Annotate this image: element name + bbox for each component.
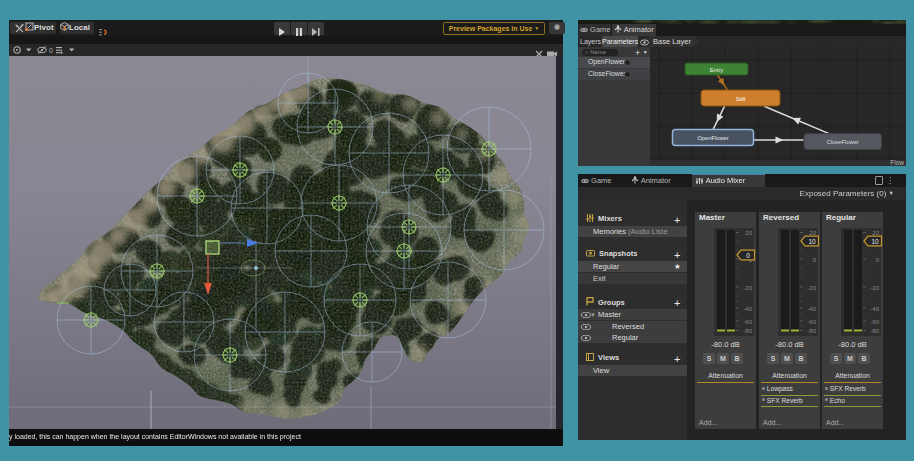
svg-text:-80: -80 [807, 328, 816, 334]
svg-text:CloseFlower: CloseFlower [827, 139, 859, 145]
svg-text:-20: -20 [870, 285, 879, 291]
svg-text:20: 20 [745, 230, 752, 236]
svg-text:10: 10 [871, 238, 879, 245]
svg-text:-80: -80 [743, 328, 752, 334]
svg-text:Entry: Entry [710, 67, 724, 73]
svg-text:-60: -60 [807, 319, 816, 325]
svg-text:OpenFlower: OpenFlower [697, 135, 729, 141]
svg-text:-40: -40 [870, 306, 879, 312]
svg-text:-60: -60 [870, 319, 879, 325]
svg-text:0: 0 [49, 47, 53, 54]
svg-text:-40: -40 [807, 306, 816, 312]
svg-text:-60: -60 [743, 319, 752, 325]
svg-text:10: 10 [808, 238, 816, 245]
svg-text:0: 0 [746, 252, 750, 259]
svg-text:Still: Still [736, 96, 745, 102]
svg-text:-20: -20 [807, 285, 816, 291]
svg-text:-20: -20 [743, 285, 752, 291]
svg-text:-80: -80 [870, 328, 879, 334]
svg-text:-40: -40 [743, 306, 752, 312]
